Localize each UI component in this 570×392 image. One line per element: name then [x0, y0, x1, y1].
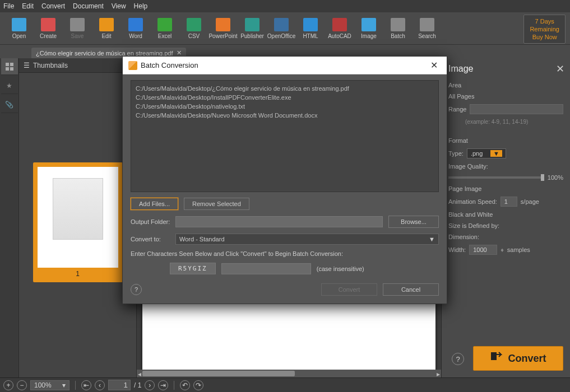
dialog-titlebar[interactable]: Batch Conversion ✕: [123, 57, 447, 74]
menu-edit[interactable]: Edit: [22, 2, 34, 10]
add-files-button[interactable]: Add Files...: [131, 198, 178, 210]
width-input[interactable]: [469, 245, 497, 255]
view-grid-icon[interactable]: [1, 58, 18, 75]
file-list-item[interactable]: C:/Users/Malavida/Desktop/Nuevo Microsof…: [136, 111, 434, 120]
tool-label: Excel: [158, 33, 172, 39]
range-example: (example: 4-9, 11, 14-19): [465, 119, 563, 125]
excel-button[interactable]: Excel: [150, 13, 179, 44]
edit-icon: [99, 18, 114, 31]
zoom-select[interactable]: 100% ▾: [30, 380, 69, 390]
bw-option[interactable]: Black and White: [448, 211, 563, 218]
anim-speed-input[interactable]: [501, 197, 517, 207]
zoom-in-icon[interactable]: +: [3, 380, 13, 390]
save-button[interactable]: Save: [63, 13, 92, 44]
powerpoint-button[interactable]: PowerPoint: [208, 13, 238, 44]
attachment-icon[interactable]: 📎: [1, 96, 18, 113]
trial-status[interactable]: 7 Days Remaining Buy Now: [523, 15, 566, 44]
create-button[interactable]: Create: [34, 13, 63, 44]
type-label: Type:: [448, 150, 464, 157]
thumbnails-header: ☰ Thumbnails: [19, 58, 136, 73]
convert-to-value: Word - Standard: [179, 236, 225, 242]
dialog-close-icon[interactable]: ✕: [427, 60, 441, 71]
create-icon: [41, 18, 55, 31]
output-folder-input[interactable]: [175, 216, 383, 227]
search-icon: [420, 18, 434, 31]
chevron-down-icon[interactable]: ▼: [429, 236, 435, 242]
first-page-icon[interactable]: ⇤: [81, 380, 91, 390]
prev-page-icon[interactable]: ‹: [95, 380, 105, 390]
tool-label: Search: [418, 33, 436, 39]
convert-to-label: Convert to:: [131, 236, 170, 242]
file-list-item[interactable]: C:/Users/Malavida/Desktop/¿Cómo elegir s…: [136, 84, 434, 93]
next-page-icon[interactable]: ›: [145, 380, 155, 390]
open-button[interactable]: Open: [4, 13, 34, 44]
word-button[interactable]: Word: [121, 13, 150, 44]
rotate-right-icon[interactable]: ↷: [193, 380, 203, 390]
left-sidebar: ★ 📎: [0, 58, 19, 377]
dialog-convert-button[interactable]: Convert: [321, 283, 377, 296]
output-folder-label: Output Folder:: [131, 218, 170, 225]
favorite-icon[interactable]: ★: [1, 77, 18, 94]
chevron-down-icon[interactable]: ▼: [490, 150, 502, 157]
openoffice-button[interactable]: OpenOffice: [267, 13, 296, 44]
file-list[interactable]: C:/Users/Malavida/Desktop/¿Cómo elegir s…: [131, 80, 439, 192]
tab-title: ¿Cómo elegir servicio de música en strea…: [36, 50, 173, 57]
autocad-icon: [332, 18, 347, 31]
tool-label: HTML: [303, 33, 318, 39]
menu-document[interactable]: Document: [73, 2, 104, 10]
tool-label: CSV: [188, 33, 200, 39]
hamburger-icon[interactable]: ☰: [24, 62, 30, 69]
scrollbar-thumb[interactable]: [142, 371, 295, 376]
csv-button[interactable]: CSV: [179, 13, 208, 44]
file-list-item[interactable]: C:/Users/Malavida/Desktop/InstallPDFConv…: [136, 93, 434, 102]
excel-icon: [157, 18, 172, 31]
tool-label: Batch: [391, 33, 405, 39]
close-panel-icon[interactable]: ✕: [556, 63, 564, 75]
help-icon[interactable]: ?: [452, 353, 464, 365]
menu-file[interactable]: File: [3, 2, 14, 10]
all-pages-option[interactable]: All Pages: [448, 93, 563, 100]
dialog-cancel-button[interactable]: Cancel: [383, 283, 439, 296]
file-list-item[interactable]: C:/Users/Malavida/Desktop/nativelog.txt: [136, 102, 434, 111]
openoffice-icon: [274, 18, 289, 31]
dialog-help-icon[interactable]: ?: [131, 284, 142, 295]
trial-buy-now[interactable]: Buy Now: [530, 33, 559, 41]
tool-label: Edit: [101, 33, 111, 39]
range-label: Range: [448, 106, 466, 113]
stepper-icon[interactable]: ♦: [501, 246, 504, 253]
open-icon: [12, 18, 26, 31]
svg-rect-4: [491, 352, 497, 360]
page-input[interactable]: [108, 380, 131, 390]
autocad-button[interactable]: AutoCAD: [325, 13, 354, 44]
menu-convert[interactable]: Convert: [41, 2, 65, 10]
edit-button[interactable]: Edit: [92, 13, 121, 44]
word-icon: [128, 18, 143, 31]
menu-view[interactable]: View: [112, 2, 126, 10]
zoom-out-icon[interactable]: −: [17, 380, 27, 390]
area-label: Area: [448, 82, 563, 88]
tool-label: Create: [40, 33, 57, 39]
powerpoint-icon: [216, 18, 230, 31]
range-input[interactable]: [470, 104, 563, 114]
menu-help[interactable]: Help: [134, 2, 148, 10]
dimension-label: Dimension:: [448, 234, 563, 240]
thumbnails-title: Thumbnails: [33, 62, 68, 69]
image-button[interactable]: Image: [354, 13, 383, 44]
convert-button[interactable]: Convert: [473, 346, 563, 371]
publisher-button[interactable]: Publisher: [238, 13, 267, 44]
thumbnail-page-1[interactable]: 1: [33, 162, 123, 282]
type-select[interactable]: .png ▼: [467, 148, 506, 158]
batch-button[interactable]: Batch: [383, 13, 413, 44]
captcha-input[interactable]: [221, 263, 311, 274]
horizontal-scrollbar[interactable]: ◂ ▸: [137, 370, 441, 377]
browse-button[interactable]: Browse...: [388, 216, 439, 228]
tool-label: OpenOffice: [267, 33, 295, 39]
search-button[interactable]: Search: [413, 13, 442, 44]
quality-slider[interactable]: [448, 176, 544, 179]
rotate-left-icon[interactable]: ↶: [180, 380, 190, 390]
convert-to-select[interactable]: Word - Standard ▼: [175, 234, 439, 245]
html-button[interactable]: HTML: [296, 13, 325, 44]
chevron-down-icon[interactable]: ▾: [62, 381, 66, 389]
remove-selected-button[interactable]: Remove Selected: [184, 198, 249, 210]
last-page-icon[interactable]: ⇥: [158, 380, 168, 390]
